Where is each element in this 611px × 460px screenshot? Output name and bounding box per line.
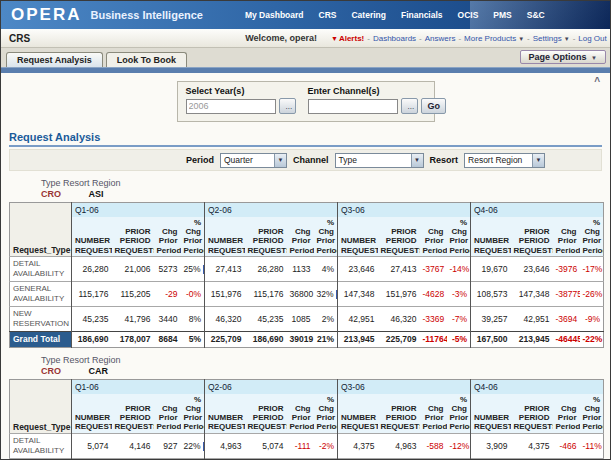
value-cell: 186,690	[245, 331, 287, 347]
value-cell: -11764	[420, 331, 447, 347]
value-cell: 4,375	[511, 433, 553, 458]
column-header: Chg Prior Period	[553, 394, 580, 433]
value-cell: -3%	[447, 281, 471, 306]
quarter-header: Q1-06	[72, 203, 205, 218]
column-header: PRIOR PERIOD REQUESTS	[378, 394, 420, 433]
nav-item-catering[interactable]: Catering	[351, 10, 385, 20]
link-dashboards[interactable]: Dashboards	[373, 34, 416, 43]
collapse-section-icon[interactable]: ^	[594, 76, 600, 87]
value-cell: 22%+	[181, 433, 205, 458]
value-cell: 2%	[314, 306, 338, 331]
table-section-asi: Type Resort Region CRO ASI Q1-06Q2-06Q3-…	[1, 178, 610, 348]
value-cell: 32%+	[314, 281, 338, 306]
table-corner	[10, 379, 72, 394]
go-button[interactable]: Go	[421, 98, 446, 114]
group-values: CRO ASI	[41, 189, 610, 199]
year-input[interactable]	[186, 99, 276, 114]
table-host-asi: Q1-06Q2-06Q3-06Q4-06Request_TypeNUMBER R…	[1, 202, 610, 348]
channel-select[interactable]: Type▼	[335, 153, 424, 168]
value-cell: 3440	[154, 306, 181, 331]
heading-rule	[9, 145, 602, 147]
table-row: GENERAL AVAILABILITY115,176115,205-29-0%…	[10, 281, 604, 306]
link-answers[interactable]: Answers	[425, 34, 456, 43]
column-header: NUMBER REQUESTS	[72, 394, 112, 433]
top-nav: My DashboardCRSCateringFinancialsOCISPMS…	[245, 10, 545, 20]
value-cell: 42,951	[511, 306, 553, 331]
row-type-header: Request_Type	[10, 217, 72, 256]
value-cell: 26,280	[72, 256, 112, 281]
column-header: Chg Prior Period	[553, 217, 580, 256]
value-cell: 147,348	[511, 281, 553, 306]
value-cell: 27,413	[205, 256, 245, 281]
nav-item-pms[interactable]: PMS	[493, 10, 511, 20]
value-cell: -588	[420, 433, 447, 458]
column-header: PRIOR PERIOD REQUESTS	[378, 217, 420, 256]
quarter-header: Q2-06	[205, 203, 338, 218]
nav-item-s-c[interactable]: S&C	[527, 10, 545, 20]
column-header: % Chg Prior Period	[580, 394, 604, 433]
value-cell: 5273	[154, 256, 181, 281]
value-cell: 23,646	[511, 256, 553, 281]
column-header: Chg Prior Period	[420, 394, 447, 433]
link-separator: -	[367, 34, 370, 43]
value-cell: 26,280	[245, 256, 287, 281]
row-label: DETAIL AVAILABILITY	[10, 433, 72, 458]
channel-input[interactable]	[308, 99, 398, 114]
status-bar: CRS Welcome, opera! ▼Alerts! -Dashboards…	[1, 29, 610, 48]
link-separator: -	[527, 34, 530, 43]
column-header: Chg Prior Period	[154, 394, 181, 433]
tab-look-to-book[interactable]: Look To Book	[106, 52, 187, 67]
value-cell: -29	[154, 281, 181, 306]
nav-item-crs[interactable]: CRS	[319, 10, 337, 20]
link-more-products[interactable]: More Products▼	[464, 34, 524, 43]
value-cell: 4,963	[205, 433, 245, 458]
value-cell: 19,670	[471, 256, 511, 281]
table-corner	[10, 203, 72, 218]
quarter-header: Q3-06	[338, 379, 471, 394]
period-select[interactable]: Quarter▼	[220, 153, 287, 168]
channel-picker-button[interactable]: ...	[401, 98, 418, 114]
row-label: DETAIL AVAILABILITY	[10, 256, 72, 281]
column-header: NUMBER REQUESTS	[205, 394, 245, 433]
column-header: % Chg Prior Period	[314, 217, 338, 256]
resort-select[interactable]: Resort Region▼	[464, 153, 545, 168]
column-header: NUMBER REQUESTS	[72, 217, 112, 256]
link-log-out[interactable]: Log Out	[578, 34, 606, 43]
value-cell: 8%	[181, 306, 205, 331]
value-cell: 225,709	[378, 331, 420, 347]
year-picker-button[interactable]: ...	[279, 98, 296, 114]
chevron-down-icon: ▼	[591, 55, 597, 61]
opera-logo: OPERA	[11, 5, 81, 25]
tab-request-analysis[interactable]: Request Analysis	[6, 52, 103, 67]
nav-item-my-dashboard[interactable]: My Dashboard	[245, 10, 304, 20]
group-label: Type Resort Region	[41, 355, 610, 365]
request-analysis-table-asi: Q1-06Q2-06Q3-06Q4-06Request_TypeNUMBER R…	[9, 202, 604, 348]
value-cell: 1085	[287, 306, 314, 331]
nav-item-financials[interactable]: Financials	[401, 10, 443, 20]
link-separator: -	[419, 34, 422, 43]
value-cell: -46445	[553, 331, 580, 347]
value-cell: 39,257	[471, 306, 511, 331]
value-cell: 46,320	[378, 306, 420, 331]
page-options-button[interactable]: Page Options ▼	[520, 50, 606, 64]
value-cell: 178,007	[112, 331, 154, 347]
value-cell: -2%	[314, 433, 338, 458]
application-window: OPERA Business Intelligence My Dashboard…	[0, 0, 611, 460]
value-cell: -17%+	[580, 256, 604, 281]
value-cell: 23,646	[338, 256, 378, 281]
value-cell: -7%	[447, 306, 471, 331]
value-cell: 21,006	[112, 256, 154, 281]
value-cell: 186,690	[72, 331, 112, 347]
chevron-down-icon: ▼	[518, 36, 524, 42]
cro-value: CRO	[41, 189, 86, 199]
column-header: NUMBER REQUESTS	[338, 394, 378, 433]
column-header: % Chg Prior Period	[181, 217, 205, 256]
alerts-link[interactable]: ▼Alerts!	[331, 34, 364, 43]
link-settings[interactable]: Settings▼	[533, 34, 570, 43]
dashboard-content: ^ Select Year(s) ... Enter Channel(s) ..…	[1, 73, 610, 460]
value-cell: 927	[154, 433, 181, 458]
nav-item-ocis[interactable]: OCIS	[458, 10, 479, 20]
quarter-header: Q1-06	[72, 379, 205, 394]
column-header: % Chg Prior Period	[314, 394, 338, 433]
value-cell: 213,945	[511, 331, 553, 347]
